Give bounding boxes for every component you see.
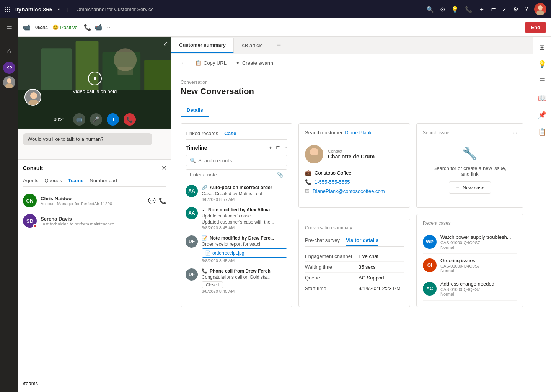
- linked-tab-records[interactable]: Linked records: [186, 128, 218, 139]
- person-sd-role: Last technician to perform maintenance: [41, 222, 114, 226]
- call-more-icon[interactable]: ···: [105, 24, 110, 31]
- rs-lightbulb-icon[interactable]: 💡: [535, 57, 550, 72]
- sidebar-user-photo[interactable]: [3, 76, 15, 88]
- conv-tab-prechat[interactable]: Pre-chat survey: [305, 235, 340, 246]
- case-id-0: CAS-01000-Q4Q9S7: [440, 240, 511, 245]
- issue-header: Search issue ···: [423, 130, 517, 136]
- person-cn-info: Chris Naidoo Account Manager for Perfect…: [41, 196, 112, 206]
- settings-icon[interactable]: ⚙: [513, 6, 518, 13]
- linked-tab-case[interactable]: Case: [224, 128, 236, 139]
- app-grid-icon[interactable]: [5, 7, 10, 12]
- video-pause-button[interactable]: ⏸: [107, 113, 119, 126]
- rs-pin-icon[interactable]: 📌: [535, 107, 550, 122]
- search-icon[interactable]: 🔍: [426, 6, 434, 13]
- timeline-filter-icon[interactable]: ⊏: [276, 144, 280, 151]
- consult-tab-numberpad[interactable]: Number pad: [90, 175, 117, 186]
- user-avatar[interactable]: [534, 3, 546, 15]
- search-customer-field[interactable]: Search customer Diane Plank: [305, 130, 404, 136]
- activity-icon[interactable]: ⊙: [440, 6, 445, 13]
- tab-kb-article-label: KB article: [241, 42, 263, 48]
- contact-company: Constoso Coffee: [315, 170, 352, 176]
- video-cam-button[interactable]: 📹: [73, 113, 85, 126]
- person-sd-info: Serena Davis Last technician to perform …: [41, 216, 114, 226]
- search-records-field[interactable]: 🔍: [186, 155, 287, 166]
- note-input[interactable]: [190, 172, 275, 178]
- customer-name-link[interactable]: Diane Plank: [345, 130, 372, 136]
- conv-tab-visitor[interactable]: Visitor details: [346, 235, 378, 246]
- summary-row-3: Start time 9/14/2021 2:23 PM: [305, 283, 404, 294]
- tl-avatar-4: DF: [186, 268, 198, 281]
- tabs-bar: Customer summary KB article +: [171, 37, 533, 54]
- summary-value-3: 9/14/2021 2:23 PM: [359, 286, 401, 291]
- top-nav: Dynamics 365 ▾ | Omnichannel for Custome…: [0, 0, 551, 18]
- tl-file-3[interactable]: 📄 orderreceipt.jpg: [202, 248, 287, 258]
- search-customer-label: Search customer: [305, 130, 342, 136]
- contact-email[interactable]: DianePlank@contosocoffee.com: [313, 188, 385, 194]
- sidebar-hamburger[interactable]: ☰: [2, 21, 17, 37]
- consult-person-1: CN Chris Naidoo Account Manager for Perf…: [23, 191, 166, 211]
- video-mic-button[interactable]: 🎤: [90, 113, 102, 126]
- rs-grid-icon[interactable]: ⊞: [535, 40, 550, 55]
- contact-phone[interactable]: 1-555-555-5555: [315, 179, 350, 185]
- note-input-field[interactable]: 📎: [186, 169, 287, 180]
- timeline-more-icon[interactable]: ···: [283, 144, 287, 151]
- timeline-add-icon[interactable]: ＋: [268, 144, 273, 151]
- summary-label-2: Queue: [305, 275, 359, 281]
- consult-tab-queues[interactable]: Queues: [44, 175, 62, 186]
- rs-note-icon[interactable]: 📋: [535, 124, 550, 139]
- rs-book-icon[interactable]: 📖: [535, 90, 550, 106]
- tl-sub-2: Update customer's case: [202, 213, 287, 219]
- summary-value-0: Live chat: [359, 253, 378, 259]
- sidebar-home-icon[interactable]: ⌂: [2, 43, 17, 59]
- section-tab-details[interactable]: Details: [181, 104, 209, 117]
- customer-card: Search customer Diane Plank Contact: [298, 123, 410, 208]
- tab-customer-summary[interactable]: Customer summary: [171, 38, 234, 53]
- lightbulb-icon[interactable]: 💡: [451, 6, 459, 13]
- video-end-button[interactable]: 📞: [124, 113, 136, 126]
- search-issue-label: Search issue: [423, 130, 449, 136]
- video-time: 00:21: [54, 117, 65, 122]
- phone-nav-icon[interactable]: 📞: [465, 6, 473, 13]
- person-cn-phone-icon[interactable]: 📞: [159, 197, 166, 204]
- teams-input-field[interactable]: [23, 378, 166, 389]
- call-video-icon[interactable]: 📹: [95, 24, 102, 31]
- person-cn-name: Chris Naidoo: [41, 196, 112, 201]
- recent-case-1: OI Ordering issues CAS-01000-Q4Q9S7 Norm…: [423, 254, 517, 277]
- app-title-chevron[interactable]: ▾: [58, 7, 60, 11]
- rs-list-icon[interactable]: ☰: [535, 74, 550, 89]
- new-case-button[interactable]: ＋ New case: [449, 181, 491, 194]
- copy-url-button[interactable]: 📋 Copy URL: [191, 58, 231, 68]
- svg-point-15: [308, 155, 321, 163]
- contact-phone-row: 📞 1-555-555-5555: [305, 177, 404, 186]
- create-swarm-button[interactable]: ✦ Create swarm: [231, 58, 278, 68]
- main-layout: ☰ ⌂ KP 📹 05:44 😊 Positive 📞 📹 ··· End: [0, 18, 551, 392]
- help-icon[interactable]: ?: [525, 6, 528, 13]
- page-content: Conversation New Conversation Details Se…: [171, 72, 533, 392]
- tab-kb-article[interactable]: KB article: [234, 38, 271, 53]
- call-phone-icon[interactable]: 📞: [84, 24, 91, 31]
- note-attach-icon[interactable]: 📎: [277, 172, 283, 178]
- pause-button[interactable]: ⏸: [88, 72, 102, 85]
- video-controls: 00:21 📹 🎤 ⏸ 📞: [18, 113, 171, 126]
- summary-row-0: Engagement channel Live chat: [305, 251, 404, 262]
- small-agent-avatar: [24, 89, 41, 106]
- sidebar-kp-avatar[interactable]: KP: [3, 62, 15, 74]
- plus-icon[interactable]: ＋: [479, 5, 485, 13]
- video-expand-icon[interactable]: ⤢: [163, 40, 168, 47]
- summary-value-2: AC Support: [359, 275, 384, 281]
- checkmark-icon[interactable]: ✓: [502, 6, 507, 13]
- consult-close-button[interactable]: ✕: [161, 164, 166, 172]
- chat-area[interactable]: Would you like to talk to a human?: [18, 129, 171, 159]
- case-title-0: Watch power supply troublesh...: [440, 234, 511, 240]
- summary-label-3: Start time: [305, 286, 359, 291]
- person-cn-role: Account Manager for PerfectAir 11200: [41, 201, 112, 206]
- toolbar-back-button[interactable]: ←: [178, 57, 191, 69]
- tab-add-button[interactable]: +: [271, 37, 287, 54]
- person-cn-actions: 💬 📞: [148, 197, 166, 204]
- person-cn-chat-icon[interactable]: 💬: [148, 197, 156, 204]
- end-call-button[interactable]: End: [525, 22, 546, 33]
- consult-tab-agents[interactable]: Agents: [23, 175, 38, 186]
- consult-tab-teams[interactable]: Teams: [68, 175, 83, 186]
- search-records-input[interactable]: [198, 158, 283, 163]
- filter-icon[interactable]: ⊏: [491, 6, 496, 13]
